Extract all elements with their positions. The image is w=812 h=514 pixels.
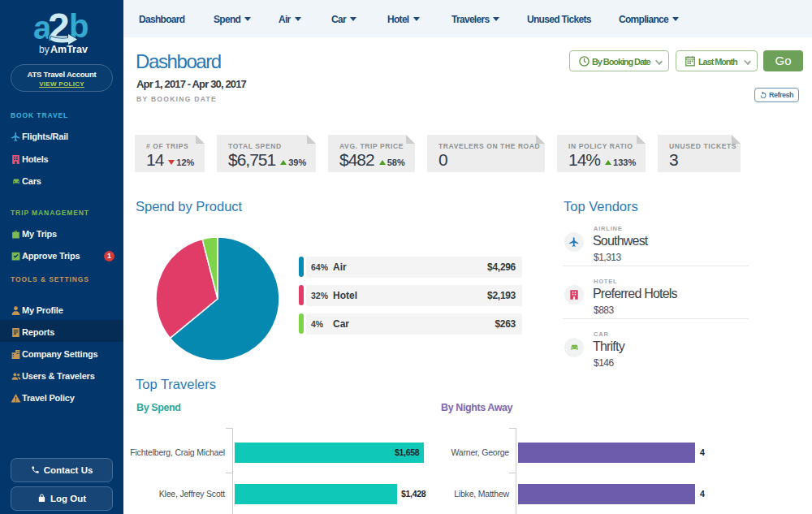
svg-text:by: by <box>39 44 50 55</box>
svg-text:AmTrav: AmTrav <box>50 44 88 55</box>
